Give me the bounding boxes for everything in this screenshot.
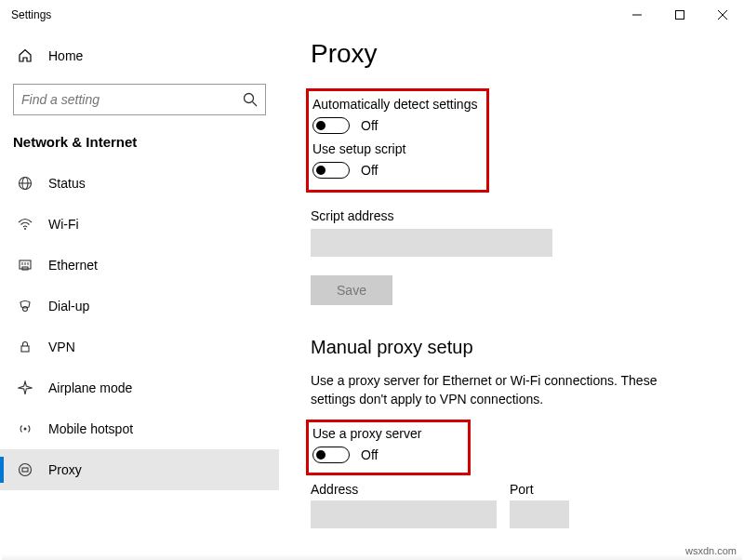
script-address-label: Script address xyxy=(311,208,712,223)
svg-point-9 xyxy=(24,228,26,230)
sidebar-item-wifi[interactable]: Wi-Fi xyxy=(0,204,279,245)
save-button[interactable]: Save xyxy=(311,275,392,305)
home-nav[interactable]: Home xyxy=(0,37,279,74)
section-header: Network & Internet xyxy=(0,128,279,163)
sidebar-item-proxy[interactable]: Proxy xyxy=(0,449,279,490)
sidebar-item-label: Wi-Fi xyxy=(48,217,79,232)
address-label: Address xyxy=(311,482,497,497)
sidebar-item-status[interactable]: Status xyxy=(0,163,279,204)
svg-rect-19 xyxy=(22,468,28,472)
ethernet-icon xyxy=(17,258,33,273)
sidebar: Home Network & Internet Status Wi-Fi Eth… xyxy=(0,30,279,560)
use-proxy-label: Use a proxy server xyxy=(312,426,421,441)
search-input[interactable] xyxy=(21,92,243,107)
use-proxy-state: Off xyxy=(361,447,378,462)
svg-point-4 xyxy=(245,94,254,103)
manual-description: Use a proxy server for Ethernet or Wi-Fi… xyxy=(311,371,701,409)
script-address-input[interactable] xyxy=(311,229,552,257)
svg-point-17 xyxy=(24,428,27,431)
app-title: Settings xyxy=(11,8,51,21)
page-title: Proxy xyxy=(311,39,712,69)
search-box[interactable] xyxy=(13,84,266,115)
airplane-icon xyxy=(17,380,33,395)
sidebar-item-hotspot[interactable]: Mobile hotspot xyxy=(0,408,279,449)
globe-icon xyxy=(17,176,33,191)
port-input[interactable] xyxy=(510,500,569,528)
hotspot-icon xyxy=(17,421,33,436)
auto-detect-state: Off xyxy=(361,118,378,133)
sidebar-item-label: Airplane mode xyxy=(48,380,132,395)
home-label: Home xyxy=(48,48,83,63)
sidebar-item-label: Status xyxy=(48,176,86,191)
setup-script-state: Off xyxy=(361,163,378,178)
auto-detect-label: Automatically detect settings xyxy=(312,97,477,112)
window-controls xyxy=(616,0,744,30)
close-icon xyxy=(718,10,727,20)
body-area: Home Network & Internet Status Wi-Fi Eth… xyxy=(0,30,744,560)
sidebar-item-label: Mobile hotspot xyxy=(48,421,133,436)
home-icon xyxy=(17,48,33,63)
watermark: wsxdn.com xyxy=(685,545,737,556)
sidebar-item-vpn[interactable]: VPN xyxy=(0,327,279,367)
vpn-icon xyxy=(17,340,33,354)
dialup-icon xyxy=(17,299,33,313)
sidebar-item-label: Ethernet xyxy=(48,258,98,273)
auto-detect-toggle[interactable] xyxy=(312,117,350,134)
manual-heading: Manual proxy setup xyxy=(311,337,712,358)
proxy-icon xyxy=(17,462,33,477)
svg-point-15 xyxy=(23,307,28,312)
setup-script-label: Use setup script xyxy=(312,141,477,156)
close-button[interactable] xyxy=(701,0,744,30)
titlebar: Settings xyxy=(0,0,744,30)
minimize-icon xyxy=(632,10,642,20)
auto-proxy-group: Automatically detect settings Off Use se… xyxy=(311,93,485,188)
svg-point-18 xyxy=(20,464,32,476)
sidebar-item-label: VPN xyxy=(48,340,75,354)
toggle-knob xyxy=(316,121,326,130)
toggle-knob xyxy=(316,450,326,460)
setup-script-toggle[interactable] xyxy=(312,162,350,179)
toggle-knob xyxy=(316,166,326,175)
svg-rect-1 xyxy=(676,11,684,20)
content-area: Proxy Automatically detect settings Off … xyxy=(279,30,744,560)
address-input[interactable] xyxy=(311,500,497,528)
address-port-row: Address Port xyxy=(311,482,712,528)
wifi-icon xyxy=(17,217,33,232)
maximize-icon xyxy=(675,10,684,20)
sidebar-item-label: Dial-up xyxy=(48,299,89,313)
port-label: Port xyxy=(510,482,569,497)
sidebar-item-ethernet[interactable]: Ethernet xyxy=(0,245,279,286)
sidebar-item-dialup[interactable]: Dial-up xyxy=(0,286,279,327)
search-icon xyxy=(243,92,258,107)
svg-rect-16 xyxy=(21,346,29,352)
svg-line-5 xyxy=(253,102,258,107)
sidebar-item-label: Proxy xyxy=(48,462,82,477)
sidebar-item-airplane[interactable]: Airplane mode xyxy=(0,367,279,408)
use-proxy-toggle[interactable] xyxy=(312,447,350,463)
minimize-button[interactable] xyxy=(616,0,658,30)
use-proxy-group: Use a proxy server Off xyxy=(311,424,466,471)
maximize-button[interactable] xyxy=(658,0,701,30)
